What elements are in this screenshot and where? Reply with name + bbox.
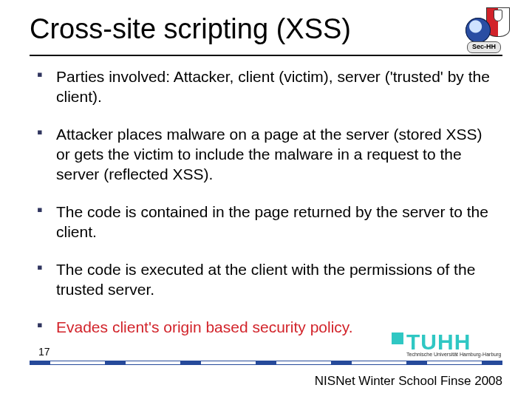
bullet-marker-icon: ▪ (37, 317, 56, 333)
bullet-item: ▪ Attacker places malware on a page at t… (37, 124, 495, 184)
slide-title: Cross-site scripting (XSS) (30, 13, 351, 45)
bullet-text: Parties involved: Attacker, client (vict… (56, 66, 495, 106)
tuhh-logo: TUHH Technische Universität Hamburg-Harb… (392, 330, 502, 362)
sec-hh-badge: Sec-HH (467, 41, 501, 53)
tuhh-wordmark: TUHH (406, 330, 471, 355)
bullet-list: ▪ Parties involved: Attacker, client (vi… (37, 66, 495, 355)
org-logo-top: Sec-HH (466, 7, 510, 52)
tuhh-square-icon (392, 332, 403, 344)
bullet-marker-icon: ▪ (37, 66, 56, 83)
bullet-item: ▪ Parties involved: Attacker, client (vi… (37, 66, 495, 106)
bullet-item: ▪ The code is executed at the client wit… (37, 259, 495, 299)
globe-icon (466, 18, 491, 43)
bullet-text: The code is contained in the page return… (56, 202, 495, 242)
bullet-marker-icon: ▪ (37, 202, 56, 218)
bullet-text: Attacker places malware on a page at the… (56, 124, 495, 184)
bullet-text: The code is executed at the client with … (56, 259, 495, 299)
bullet-item: ▪ The code is contained in the page retu… (37, 202, 495, 242)
tuhh-subtitle: Technische Universität Hamburg-Harburg (406, 352, 501, 357)
bullet-marker-icon: ▪ (37, 124, 56, 140)
footer-text: NISNet Winter School Finse 2008 (315, 374, 502, 389)
title-underline (30, 55, 502, 56)
page-number: 17 (38, 346, 50, 358)
slide: Sec-HH Cross-site scripting (XSS) ▪ Part… (0, 0, 532, 399)
bullet-marker-icon: ▪ (37, 259, 56, 276)
